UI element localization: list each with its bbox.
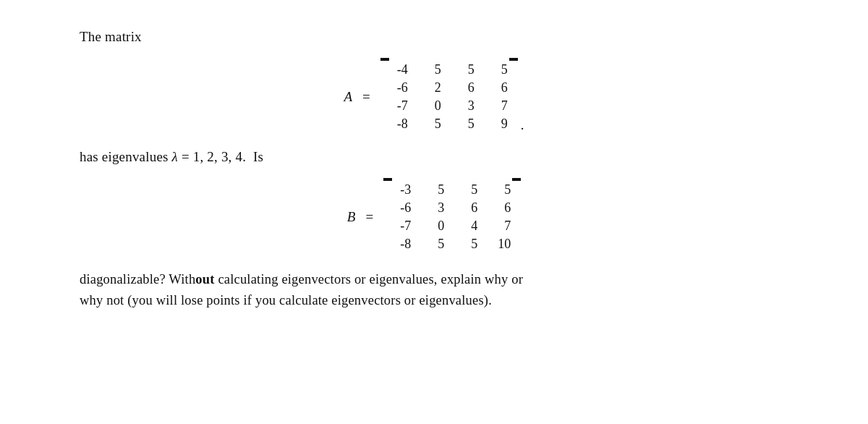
matrix-cell: 6 <box>493 200 511 216</box>
matrix-B-block: B = -3555-6366-7047-85510 <box>80 178 788 256</box>
bracket-left-B <box>383 178 392 181</box>
matrix-cell: 2 <box>424 80 441 96</box>
matrix-cell: 7 <box>493 219 511 234</box>
matrix-cell: 5 <box>424 116 441 132</box>
matrix-cell: 5 <box>457 62 475 77</box>
matrix-B-label: B <box>347 209 356 225</box>
matrix-cell: 5 <box>460 182 477 198</box>
matrix-B-grid: -3555-6366-7047-85510 <box>392 178 512 256</box>
matrix-cell: 3 <box>457 98 475 114</box>
bracket-right-A <box>509 58 518 61</box>
matrix-A-label: A <box>344 89 352 105</box>
equals-sign-A: = <box>362 89 370 105</box>
matrix-cell: 10 <box>493 237 511 252</box>
matrix-cell: 5 <box>493 182 511 198</box>
matrix-cell: 5 <box>490 62 508 77</box>
matrix-cell: 6 <box>460 200 477 216</box>
matrix-cell: 6 <box>490 80 508 96</box>
matrix-cell: 7 <box>490 98 508 114</box>
matrix-A-block: A = -4555-6266-7037-8559 . <box>80 58 788 136</box>
matrix-cell: 4 <box>460 219 477 234</box>
bracket-right-B <box>512 178 521 181</box>
matrix-cell: -8 <box>391 116 408 132</box>
matrix-cell: 6 <box>457 80 475 96</box>
period-A: . <box>521 117 524 136</box>
matrix-cell: -6 <box>391 80 408 96</box>
matrix-B-wrap: -3555-6366-7047-85510 <box>383 178 521 256</box>
bold-out: out <box>195 272 214 287</box>
matrix-cell: 3 <box>427 200 444 216</box>
matrix-cell: 5 <box>427 237 444 252</box>
matrix-cell: -6 <box>393 200 411 216</box>
eigenvalue-line: has eigenvalues λ = 1, 2, 3, 4. Is <box>80 149 788 165</box>
conclusion-text: diagonalizable? Without calculating eige… <box>80 269 788 310</box>
matrix-cell: 5 <box>427 182 444 198</box>
matrix-cell: -4 <box>391 62 408 77</box>
matrix-cell: 5 <box>460 237 477 252</box>
matrix-cell: -3 <box>393 182 411 198</box>
matrix-cell: -8 <box>393 237 411 252</box>
matrix-cell: 5 <box>457 116 475 132</box>
matrix-cell: 0 <box>427 219 444 234</box>
matrix-cell: 0 <box>424 98 441 114</box>
matrix-cell: 5 <box>424 62 441 77</box>
matrix-A-grid: -4555-6266-7037-8559 <box>389 58 509 136</box>
page-content: The matrix A = -4555-6266-7037-8559 . ha… <box>36 14 832 325</box>
intro-text: The matrix <box>80 29 788 45</box>
matrix-cell: 9 <box>490 116 508 132</box>
matrix-A-wrap: -4555-6266-7037-8559 <box>380 58 518 136</box>
matrix-cell: -7 <box>393 219 411 234</box>
lambda-symbol: λ <box>172 149 178 164</box>
bracket-left-A <box>380 58 389 61</box>
equals-sign-B: = <box>365 209 373 225</box>
matrix-cell: -7 <box>391 98 408 114</box>
